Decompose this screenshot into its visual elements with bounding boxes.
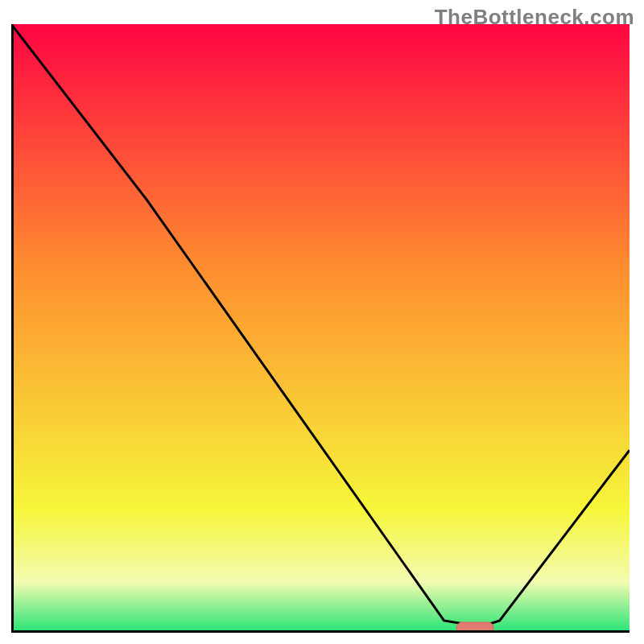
gradient-background <box>14 24 630 630</box>
x-axis-line <box>11 630 630 633</box>
plot-frame <box>11 24 630 633</box>
watermark-text: TheBottleneck.com <box>435 5 634 30</box>
y-axis-line <box>11 24 14 633</box>
chart-container: TheBottleneck.com <box>0 0 644 644</box>
plot-area <box>11 24 630 633</box>
chart-svg <box>11 24 630 633</box>
